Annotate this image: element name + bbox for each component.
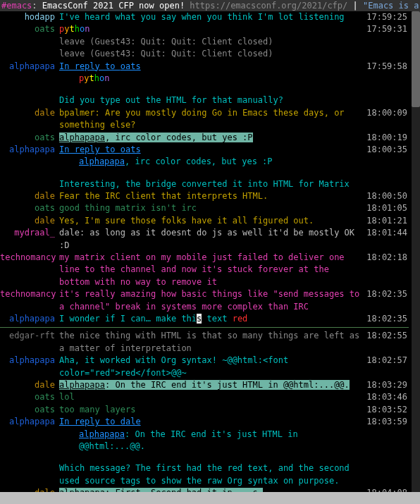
message-body: Interesting, the bridge converted it int… <box>59 178 365 190</box>
nick: alphapapa <box>0 144 59 156</box>
chat-row: leave (Guest43: Quit: Quit: Client close… <box>0 48 409 60</box>
message-body: alphapapa, irc color codes, but yes :P <box>59 156 365 168</box>
nick: oats <box>0 23 59 35</box>
timestamp: 18:02:35 <box>365 313 409 325</box>
reply-link[interactable]: oats <box>121 145 141 154</box>
chat-row: Which message? The first had the red tex… <box>0 462 409 487</box>
nick: dale <box>0 379 59 391</box>
timestamp: 18:01:44 <box>365 227 409 239</box>
timestamp: 18:00:35 <box>365 144 409 156</box>
nick: dale <box>0 215 59 227</box>
timestamp: 18:04:08 <box>365 487 409 492</box>
nick: oats <box>0 391 59 403</box>
message-body: In reply to dale <box>59 416 365 428</box>
timestamp: 18:00:19 <box>365 132 409 144</box>
read-divider <box>0 327 409 328</box>
nick: mydraal_ <box>0 227 59 239</box>
chat-row: alphapapaIn reply to oats18:00:35 <box>0 144 409 156</box>
nick: alphapapa <box>0 61 59 73</box>
message-body: alphapapa: On the IRC end it's just HTML… <box>59 429 365 453</box>
message-body: good thing matrix isn't irc <box>59 202 365 214</box>
chat-buffer[interactable]: hodappI've heard what you say when you t… <box>0 11 420 492</box>
chat-row: hodappI've heard what you say when you t… <box>0 11 409 23</box>
channel-name: #emacs <box>1 1 32 11</box>
message-body: In reply to oats <box>59 61 365 73</box>
timestamp: 18:03:46 <box>365 391 409 403</box>
reply-link[interactable]: In reply to <box>59 61 121 71</box>
chat-row: alphapapaIn reply to oats17:59:58 <box>0 61 409 73</box>
chat-row: dalebpalmer: Are you mostly doing Go in … <box>0 107 409 132</box>
chat-row: oatslol18:03:46 <box>0 391 409 403</box>
message-body: dale: as long as it doesnt do js as well… <box>59 227 365 252</box>
chat-row: oatspython17:59:31 <box>0 23 409 35</box>
timestamp: 18:02:57 <box>365 355 409 367</box>
nick: oats <box>0 132 59 144</box>
message-body: Fear the IRC client that interprets HTML… <box>59 190 365 202</box>
message-body: Which message? The first had the red tex… <box>59 462 365 487</box>
chat-row: alphapapaAha, it worked with Org syntax!… <box>0 355 409 379</box>
chat-row: oatstoo many layers18:03:52 <box>0 404 409 416</box>
reply-link[interactable]: alphapapa <box>79 156 125 166</box>
timestamp: 18:03:52 <box>365 404 409 416</box>
nick: dale <box>0 107 59 119</box>
reply-link[interactable]: In reply to <box>59 417 121 426</box>
message-body: Aha, it worked with Org syntax! ~@@html:… <box>59 355 365 379</box>
topic-url: https://emacsconf.org/2021/cfp/ <box>190 1 347 11</box>
reply-link[interactable]: dale <box>121 417 141 426</box>
reply-link[interactable]: oats <box>121 61 141 71</box>
message-body: I wonder if I can… make this text red <box>59 313 365 325</box>
message-body: lol <box>59 391 365 403</box>
timestamp: 18:00:09 <box>365 107 409 119</box>
message-body: it's really amazing how basic things lik… <box>59 288 365 313</box>
timestamp: 18:02:55 <box>365 330 409 342</box>
timestamp: 18:02:35 <box>365 288 409 300</box>
chat-row: dalealphapapa: First. Second had it in ~… <box>0 487 409 492</box>
chat-row: alphapapa: On the IRC end it's just HTML… <box>0 429 409 453</box>
chat-row: technomancyit's really amazing how basic… <box>0 288 409 313</box>
chat-row: technomancymy matrix client on my mobile… <box>0 252 409 288</box>
chat-row: oatsgood thing matrix isn't irc18:01:05 <box>0 202 409 214</box>
message-body: Yes, I'm sure those folks have it all fi… <box>59 215 365 227</box>
chat-row: alphapapa, irc color codes, but yes :P <box>0 156 409 168</box>
message-body: the nice thing with HTML is that so many… <box>59 330 365 355</box>
nick: alphapapa <box>0 313 59 325</box>
timestamp: 18:02:18 <box>365 252 409 264</box>
nick: technomancy <box>0 252 59 264</box>
timestamp: 18:03:59 <box>365 416 409 428</box>
chat-row: mydraal_dale: as long as it doesnt do js… <box>0 227 409 252</box>
reply-link[interactable]: In reply to <box>59 145 121 154</box>
message-body: leave (Guest43: Quit: Quit: Client close… <box>59 48 365 60</box>
message-body: alphapapa: First. Second had it in ~ ~s. <box>59 487 365 492</box>
chat-row: dalealphapapa: On the IRC end it's just … <box>0 379 409 391</box>
timestamp: 17:59:31 <box>365 23 409 35</box>
chat-row: alphapapaIn reply to dale18:03:59 <box>0 416 409 428</box>
message-body: too many layers <box>59 404 365 416</box>
chat-row: daleFear the IRC client that interprets … <box>0 190 409 202</box>
nick: edgar-rft <box>0 330 59 342</box>
nick: oats <box>0 202 59 214</box>
message-body: In reply to oats <box>59 144 365 156</box>
message-body: alphapapa: On the IRC end it's just HTML… <box>59 379 365 391</box>
reply-link[interactable]: alphapapa <box>79 429 125 439</box>
message-body: my matrix client on my mobile just faile… <box>59 252 365 288</box>
chat-row: oatsalphapapa, irc color codes, but yes … <box>0 132 409 144</box>
chat-row: Interesting, the bridge converted it int… <box>0 178 409 190</box>
scrollbar-track[interactable] <box>412 11 420 492</box>
chat-row: python <box>0 73 409 85</box>
timestamp: 18:01:21 <box>365 215 409 227</box>
timestamp: 18:03:29 <box>365 379 409 391</box>
chat-row: edgar-rftthe nice thing with HTML is tha… <box>0 330 409 355</box>
nick: alphapapa <box>0 416 59 428</box>
nick: alphapapa <box>0 355 59 367</box>
chat-row: alphapapaI wonder if I can… make this te… <box>0 313 409 325</box>
scrollbar-thumb[interactable] <box>412 11 420 107</box>
chat-row: leave (Guest43: Quit: Quit: Client close… <box>0 36 409 48</box>
message-body: python <box>59 23 365 35</box>
timestamp: 17:59:25 <box>365 11 409 23</box>
nick: dale <box>0 487 59 492</box>
timestamp: 18:01:05 <box>365 202 409 214</box>
timestamp: 18:00:50 <box>365 190 409 202</box>
title-bar: #emacs: EmacsConf 2021 CFP now open! htt… <box>0 0 420 11</box>
message-body: leave (Guest43: Quit: Quit: Client close… <box>59 36 365 48</box>
message-body: python <box>59 73 365 85</box>
